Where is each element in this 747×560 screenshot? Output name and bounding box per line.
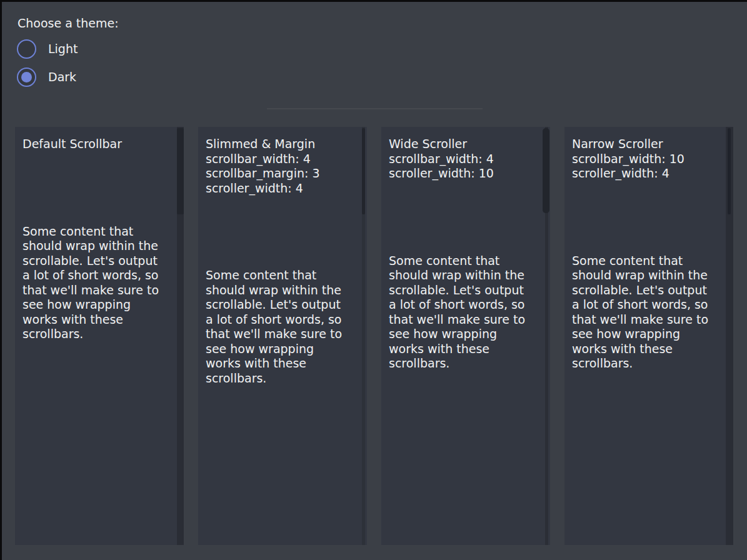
panel-title: Wide Scroller	[389, 137, 535, 152]
vertical-scrollbar[interactable]	[175, 127, 184, 545]
panel-wide-scroller[interactable]: Wide Scroller scrollbar_width: 4 scrolle…	[381, 127, 550, 545]
panel-config: scrollbar_width: 10 scroller_width: 4	[572, 152, 718, 181]
radio-light-circle[interactable]	[17, 39, 36, 59]
radio-option-dark[interactable]: Dark	[17, 67, 76, 87]
radio-light-label: Light	[48, 41, 78, 56]
panel-config: scrollbar_width: 4 scroller_width: 10	[389, 152, 535, 181]
panel-title: Narrow Scroller	[572, 137, 718, 152]
scrollbar-thumb[interactable]	[543, 128, 549, 213]
divider	[267, 108, 483, 109]
panel-content: Some content that should wrap within the…	[572, 254, 718, 371]
panel-title: Default Scrollbar	[23, 137, 169, 152]
panel-content: Some content that should wrap within the…	[206, 268, 352, 386]
scrollbar-thumb[interactable]	[728, 128, 731, 214]
radio-selected-dot	[21, 72, 32, 82]
panel-content: Some content that should wrap within the…	[23, 224, 169, 342]
radio-option-light[interactable]: Light	[17, 39, 78, 59]
panel-slimmed-margin[interactable]: Slimmed & Margin scrollbar_width: 4 scro…	[198, 127, 367, 545]
vertical-scrollbar[interactable]	[358, 127, 367, 545]
radio-dark-label: Dark	[48, 69, 76, 84]
panel-narrow-scroller[interactable]: Narrow Scroller scrollbar_width: 10 scro…	[564, 127, 733, 545]
radio-dark-circle[interactable]	[17, 68, 36, 87]
vertical-scrollbar[interactable]	[724, 127, 733, 545]
panel-title: Slimmed & Margin	[206, 137, 352, 152]
scrollbar-demo-panels: Default Scrollbar Some content that shou…	[15, 127, 733, 545]
vertical-scrollbar[interactable]	[541, 127, 550, 545]
scrollbar-thumb[interactable]	[362, 128, 365, 214]
app-window: Choose a theme: Light Dark Default Scrol…	[0, 0, 747, 560]
panel-config: scrollbar_width: 4 scrollbar_margin: 3 s…	[206, 152, 352, 196]
panel-default-scrollbar[interactable]: Default Scrollbar Some content that shou…	[15, 127, 184, 545]
theme-chooser-label: Choose a theme:	[18, 16, 119, 31]
scrollbar-thumb[interactable]	[177, 128, 184, 214]
panel-content: Some content that should wrap within the…	[389, 254, 535, 371]
